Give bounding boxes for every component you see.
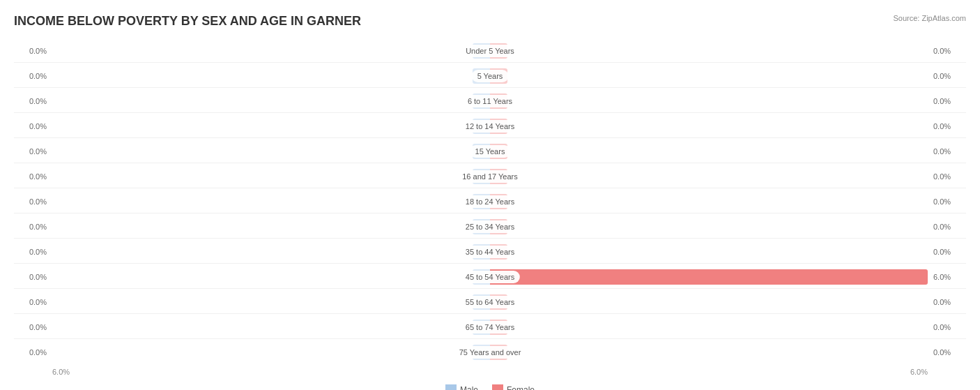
left-value: 0.0%: [14, 348, 52, 357]
bars-inner: 15 Years: [52, 142, 928, 160]
right-value: 0.0%: [928, 72, 966, 80]
legend: Male Female: [14, 384, 966, 390]
bars-section: 16 and 17 Years: [52, 165, 928, 188]
bars-section: 75 Years and over: [52, 340, 928, 364]
bar-label: 18 to 24 Years: [460, 195, 520, 208]
bar-label: 75 Years and over: [454, 346, 527, 359]
chart-title: INCOME BELOW POVERTY BY SEX AND AGE IN G…: [14, 14, 361, 29]
right-value: 0.0%: [928, 47, 966, 55]
bar-row: 0.0%16 and 17 Years0.0%: [14, 165, 966, 188]
left-value: 0.0%: [14, 172, 52, 181]
axis-right-label: 6.0%: [910, 368, 928, 376]
left-value: 0.0%: [14, 323, 52, 331]
bars-inner: 65 to 74 Years: [52, 318, 928, 336]
bar-row: 0.0%35 to 44 Years0.0%: [14, 240, 966, 264]
right-value: 0.0%: [928, 248, 966, 256]
bar-label: Under 5 Years: [460, 45, 520, 57]
left-value: 0.0%: [14, 97, 52, 105]
bars-inner: 75 Years and over: [52, 343, 928, 361]
bar-label: 15 Years: [470, 145, 511, 158]
header-row: INCOME BELOW POVERTY BY SEX AND AGE IN G…: [14, 14, 966, 29]
left-value: 0.0%: [14, 147, 52, 156]
bar-label: 6 to 11 Years: [462, 95, 518, 107]
bar-row: 0.0%5 Years0.0%: [14, 64, 966, 88]
legend-male: Male: [445, 384, 478, 390]
bars-section: 18 to 24 Years: [52, 190, 928, 213]
source-text: Source: ZipAtlas.com: [893, 14, 966, 22]
left-value: 0.0%: [14, 122, 52, 130]
right-value: 0.0%: [928, 172, 966, 181]
axis-labels: 6.0% 6.0%: [14, 368, 966, 376]
right-value: 0.0%: [928, 122, 966, 130]
bar-label: 55 to 64 Years: [460, 296, 520, 308]
left-value: 0.0%: [14, 223, 52, 231]
legend-male-box: [445, 384, 457, 390]
left-value: 0.0%: [14, 248, 52, 256]
bar-row: 0.0%55 to 64 Years0.0%: [14, 290, 966, 314]
bar-label: 45 to 54 Years: [460, 271, 520, 283]
bars-section: Under 5 Years: [52, 39, 928, 63]
bar-row: 0.0%12 to 14 Years0.0%: [14, 114, 966, 138]
bars-section: 6 to 11 Years: [52, 89, 928, 113]
chart-container: INCOME BELOW POVERTY BY SEX AND AGE IN G…: [0, 0, 980, 390]
left-value: 0.0%: [14, 273, 52, 281]
female-bar-container: [490, 269, 928, 285]
bars-inner: 35 to 44 Years: [52, 243, 928, 261]
bar-row: 0.0%75 Years and over0.0%: [14, 340, 966, 364]
bars-inner: 12 to 14 Years: [52, 117, 928, 135]
legend-female-label: Female: [507, 385, 535, 390]
bar-row: 0.0%6 to 11 Years0.0%: [14, 89, 966, 113]
bar-label: 5 Years: [472, 70, 509, 82]
bars-section: 12 to 14 Years: [52, 114, 928, 138]
legend-male-label: Male: [460, 385, 478, 390]
bars-section: 65 to 74 Years: [52, 315, 928, 339]
right-value: 6.0%: [928, 273, 966, 281]
right-value: 0.0%: [928, 197, 966, 206]
legend-female-box: [492, 384, 503, 390]
right-value: 0.0%: [928, 323, 966, 331]
bars-section: 55 to 64 Years: [52, 290, 928, 314]
right-value: 0.0%: [928, 147, 966, 156]
left-value: 0.0%: [14, 197, 52, 206]
bars-section: 15 Years: [52, 140, 928, 163]
bar-label: 16 and 17 Years: [457, 170, 523, 183]
bar-row: 0.0%65 to 74 Years0.0%: [14, 315, 966, 339]
bars-inner: 5 Years: [52, 67, 928, 85]
bars-section: 25 to 34 Years: [52, 215, 928, 239]
bar-label: 12 to 14 Years: [460, 120, 520, 133]
bar-row: 0.0%45 to 54 Years6.0%: [14, 265, 966, 289]
female-bar: [490, 269, 928, 285]
legend-female: Female: [492, 384, 535, 390]
axis-left-label: 6.0%: [52, 368, 70, 376]
left-value: 0.0%: [14, 298, 52, 306]
bars-inner: Under 5 Years: [52, 42, 928, 60]
bars-inner: 16 and 17 Years: [52, 167, 928, 186]
bar-row: 0.0%18 to 24 Years0.0%: [14, 190, 966, 213]
right-value: 0.0%: [928, 348, 966, 357]
left-value: 0.0%: [14, 72, 52, 80]
bars-section: 45 to 54 Years: [52, 265, 928, 289]
bars-inner: 25 to 34 Years: [52, 218, 928, 236]
right-value: 0.0%: [928, 223, 966, 231]
bars-section: 5 Years: [52, 64, 928, 88]
bar-row: 0.0%15 Years0.0%: [14, 140, 966, 163]
bars-section: 35 to 44 Years: [52, 240, 928, 264]
bars-inner: 6 to 11 Years: [52, 92, 928, 110]
right-value: 0.0%: [928, 97, 966, 105]
bar-label: 25 to 34 Years: [460, 220, 520, 233]
bar-row: 0.0%Under 5 Years0.0%: [14, 39, 966, 63]
bar-row: 0.0%25 to 34 Years0.0%: [14, 215, 966, 239]
chart-area: 0.0%Under 5 Years0.0%0.0%5 Years0.0%0.0%…: [14, 39, 966, 364]
bar-label: 65 to 74 Years: [460, 321, 520, 333]
bars-inner: 45 to 54 Years: [52, 268, 928, 286]
left-value: 0.0%: [14, 47, 52, 55]
bar-label: 35 to 44 Years: [460, 246, 520, 258]
right-value: 0.0%: [928, 298, 966, 306]
bars-inner: 18 to 24 Years: [52, 193, 928, 211]
bars-inner: 55 to 64 Years: [52, 293, 928, 311]
